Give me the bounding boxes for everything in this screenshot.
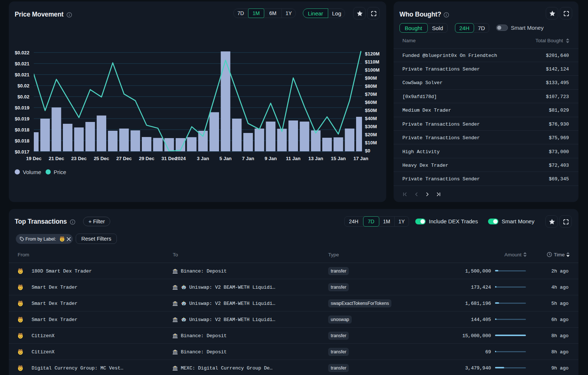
svg-text:$90M: $90M xyxy=(365,75,377,81)
svg-text:$0.019: $0.019 xyxy=(15,116,29,122)
svg-text:$0.02: $0.02 xyxy=(17,94,29,100)
svg-text:$110M: $110M xyxy=(365,59,379,65)
svg-text:25 Dec: 25 Dec xyxy=(94,156,109,161)
svg-text:$0: $0 xyxy=(365,148,370,154)
svg-text:19 Dec: 19 Dec xyxy=(26,156,42,161)
svg-text:$0.019: $0.019 xyxy=(15,105,29,111)
svg-text:2024: 2024 xyxy=(175,156,186,161)
svg-text:$0.017: $0.017 xyxy=(15,149,29,155)
svg-text:23 Dec: 23 Dec xyxy=(71,156,87,161)
svg-text:21 Dec: 21 Dec xyxy=(49,156,64,161)
svg-text:$120M: $120M xyxy=(365,51,380,57)
svg-text:5 Jan: 5 Jan xyxy=(219,156,232,161)
svg-text:7 Jan: 7 Jan xyxy=(242,156,254,161)
svg-text:27 Dec: 27 Dec xyxy=(116,156,132,161)
svg-text:$70M: $70M xyxy=(365,91,377,97)
svg-text:$40M: $40M xyxy=(365,116,377,121)
svg-text:$0.022: $0.022 xyxy=(15,50,29,55)
svg-text:15 Jan: 15 Jan xyxy=(331,156,346,161)
svg-text:31 Dec: 31 Dec xyxy=(161,156,177,161)
svg-text:11 Jan: 11 Jan xyxy=(286,156,301,161)
svg-text:29 Dec: 29 Dec xyxy=(139,156,154,161)
svg-text:$80M: $80M xyxy=(365,83,377,89)
svg-text:$100M: $100M xyxy=(365,67,380,73)
svg-text:$50M: $50M xyxy=(365,108,377,113)
svg-text:13 Jan: 13 Jan xyxy=(308,156,323,161)
svg-text:3 Jan: 3 Jan xyxy=(197,156,209,161)
svg-text:$10M: $10M xyxy=(365,140,377,145)
svg-text:$0.02: $0.02 xyxy=(17,83,29,89)
svg-text:$30M: $30M xyxy=(365,124,377,129)
svg-text:17 Jan: 17 Jan xyxy=(354,156,369,161)
svg-text:9 Jan: 9 Jan xyxy=(265,156,277,161)
svg-text:$0.018: $0.018 xyxy=(15,138,29,144)
svg-text:$0.021: $0.021 xyxy=(15,61,29,66)
svg-text:$20M: $20M xyxy=(365,132,377,137)
svg-text:$60M: $60M xyxy=(365,100,377,105)
svg-text:$0.021: $0.021 xyxy=(15,72,29,77)
svg-text:$0.018: $0.018 xyxy=(15,127,29,133)
